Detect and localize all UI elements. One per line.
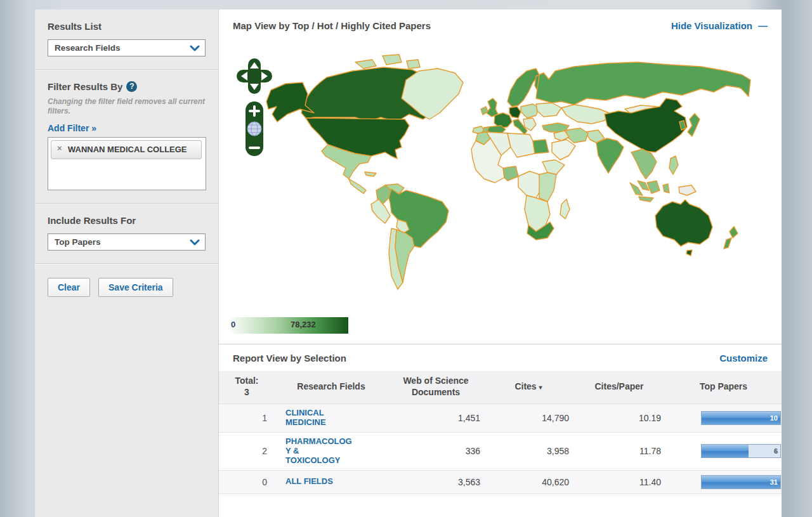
- top-papers-value: 6: [774, 447, 778, 455]
- map-region-australia[interactable]: [655, 200, 712, 246]
- map-region-japan[interactable]: [688, 114, 700, 136]
- map-region-norway-sweden[interactable]: [508, 69, 539, 107]
- map-region-iran[interactable]: [566, 128, 588, 143]
- map-region-nigeria[interactable]: [503, 166, 518, 181]
- map-view-header: Map View by Top / Hot / Highly Cited Pap…: [219, 10, 782, 38]
- map-region-cuba[interactable]: [365, 172, 376, 176]
- save-criteria-button[interactable]: Save Criteria: [98, 278, 173, 297]
- column-header-total: Total: 3: [219, 376, 275, 398]
- map-region-libya[interactable]: [508, 133, 535, 157]
- research-field-link[interactable]: PHARMACOLOGY &TOXICOLOGY: [285, 437, 388, 466]
- cites-cell: 14,790: [484, 413, 573, 423]
- top-papers-bar-fill: [702, 412, 780, 424]
- map-region-new-guinea[interactable]: [679, 185, 696, 195]
- legend-min-value: 0: [231, 320, 235, 329]
- column-header-cites[interactable]: Cites ▾: [484, 381, 573, 393]
- documents-cell: 3,563: [388, 477, 484, 487]
- field-line: MEDICINE: [285, 418, 388, 428]
- map-region-east-africa[interactable]: [539, 173, 556, 202]
- help-icon[interactable]: ?: [126, 81, 137, 92]
- map-region-new-zealand[interactable]: [724, 226, 738, 249]
- top-papers-bar: 31: [701, 475, 781, 489]
- results-list-heading: Results List: [48, 21, 206, 32]
- documents-header-line1: Web of Science: [388, 376, 484, 387]
- include-results-heading: Include Results For: [48, 215, 206, 226]
- map-region-horn-of-africa[interactable]: [542, 160, 565, 174]
- pan-center-divider: [254, 71, 256, 81]
- map-region-indochina[interactable]: [631, 149, 657, 179]
- map-region-egypt[interactable]: [533, 140, 549, 154]
- documents-cell: 336: [388, 446, 484, 456]
- cites-header-label: Cites: [514, 381, 536, 391]
- map-region-india[interactable]: [596, 138, 624, 173]
- filter-section: Filter Results By? Changing the filter f…: [35, 70, 218, 204]
- top-papers-cell: 31: [665, 475, 782, 489]
- report-view-header: Report View by Selection Customize: [219, 344, 782, 371]
- research-field-link[interactable]: ALL FIELDS: [285, 477, 388, 487]
- chevron-down-icon: [190, 44, 200, 52]
- field-line: Y &: [285, 447, 388, 456]
- documents-header-line2: Documents: [388, 387, 484, 398]
- map-region-uk[interactable]: [487, 98, 498, 117]
- table-row[interactable]: 1 CLINICALMEDICINE 1,451 14,790 10.19 10: [219, 403, 782, 432]
- cites-per-paper-cell: 10.19: [573, 413, 665, 423]
- filter-note: Changing the filter field removes all cu…: [48, 97, 206, 116]
- remove-filter-icon[interactable]: ×: [57, 143, 62, 153]
- chevron-down-icon: [190, 239, 200, 246]
- column-header-research-fields[interactable]: Research Fields: [275, 381, 388, 393]
- top-papers-value: 10: [770, 414, 778, 422]
- top-papers-bar-fill: [702, 445, 749, 457]
- map-region-russia[interactable]: [536, 62, 750, 105]
- map-region-peru[interactable]: [371, 199, 390, 223]
- field-line: PHARMACOLOG: [285, 437, 388, 447]
- map-region-ukraine[interactable]: [536, 103, 561, 117]
- field-line: ALL FIELDS: [285, 477, 388, 487]
- cites-cell: 40,620: [484, 477, 573, 487]
- column-header-documents[interactable]: Web of Science Documents: [388, 376, 484, 398]
- column-header-cites-per-paper[interactable]: Cites/Paper: [573, 381, 665, 393]
- map-region-tasmania[interactable]: [686, 250, 692, 256]
- map-region-arctic-islands[interactable]: [355, 55, 420, 69]
- total-count: 3: [219, 387, 275, 398]
- choropleth-map[interactable]: [219, 38, 782, 311]
- clear-button[interactable]: Clear: [48, 278, 90, 297]
- app-window: Results List Research Fields Filter Resu…: [35, 10, 782, 517]
- top-papers-value: 31: [770, 478, 778, 486]
- map-region-indonesia[interactable]: [630, 181, 669, 202]
- map-region-philippines[interactable]: [669, 156, 678, 174]
- actions-section: Clear Save Criteria: [35, 264, 218, 310]
- legend-max-value: 78,232: [291, 320, 316, 329]
- include-results-dropdown[interactable]: Top Papers: [48, 233, 206, 251]
- map-region-usa[interactable]: [306, 118, 409, 159]
- top-papers-bar: 10: [701, 411, 781, 425]
- column-header-top-papers[interactable]: Top Papers: [665, 381, 782, 393]
- cites-per-paper-cell: 11.40: [573, 477, 665, 487]
- customize-link[interactable]: Customize: [719, 353, 768, 363]
- include-results-section: Include Results For Top Papers: [35, 204, 218, 264]
- sidebar: Results List Research Fields Filter Resu…: [35, 10, 219, 517]
- results-list-dropdown[interactable]: Research Fields: [48, 39, 206, 56]
- top-papers-cell: 6: [665, 444, 782, 458]
- hide-visualization-label: Hide Visualization: [671, 20, 752, 31]
- filter-heading: Filter Results By?: [48, 81, 206, 92]
- results-list-section: Results List Research Fields: [35, 10, 218, 70]
- research-field-link[interactable]: CLINICALMEDICINE: [285, 409, 388, 428]
- map-region-central-america[interactable]: [349, 179, 366, 193]
- hide-visualization-link[interactable]: Hide Visualization—: [671, 20, 768, 31]
- table-row[interactable]: 0 ALL FIELDS 3,563 40,620 11.40 31: [219, 470, 782, 494]
- cites-per-paper-cell: 11.78: [573, 446, 665, 456]
- filter-chip[interactable]: × WANNAN MEDICAL COLLEGE: [51, 140, 202, 159]
- add-filter-link[interactable]: Add Filter »: [48, 123, 96, 133]
- map-region-germany[interactable]: [509, 107, 521, 118]
- table-row[interactable]: 2 PHARMACOLOGY &TOXICOLOGY 336 3,958 11.…: [219, 432, 782, 470]
- globe-icon[interactable]: [247, 122, 261, 136]
- rank-cell: 0: [219, 477, 275, 487]
- map-region-kazakhstan[interactable]: [561, 105, 609, 124]
- world-map-visualization[interactable]: 0 78,232: [219, 38, 782, 344]
- collapse-dash-icon: —: [758, 20, 768, 31]
- report-table: Total: 3 Research Fields Web of Science …: [219, 371, 782, 494]
- report-table-header-row: Total: 3 Research Fields Web of Science …: [219, 371, 782, 403]
- map-region-saudi-arabia[interactable]: [552, 140, 575, 160]
- map-region-madagascar[interactable]: [560, 199, 570, 219]
- field-line: CLINICAL: [285, 409, 388, 418]
